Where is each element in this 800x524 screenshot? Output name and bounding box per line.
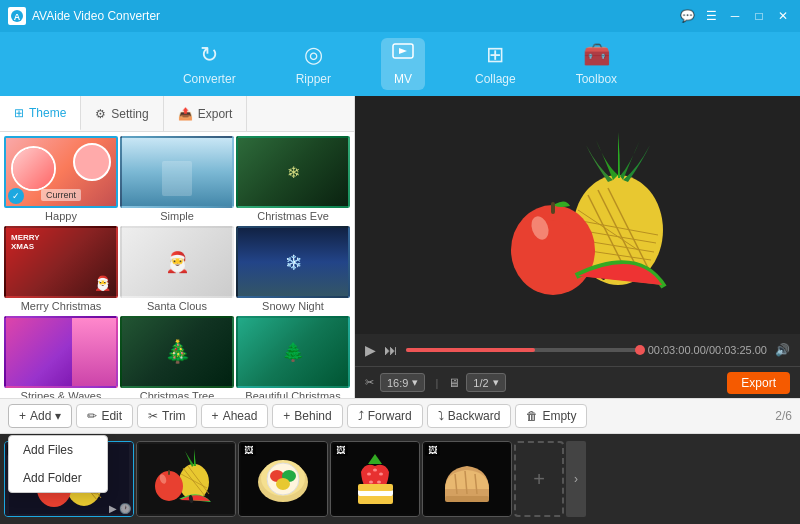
backward-button[interactable]: ⤵ Backward — [427, 404, 512, 428]
empty-label: Empty — [542, 409, 576, 423]
forward-label: Forward — [368, 409, 412, 423]
video-area — [355, 96, 800, 334]
backward-label: Backward — [448, 409, 501, 423]
trim-button[interactable]: ✂ Trim — [137, 404, 197, 428]
tl-clock-1[interactable]: 🕐 — [119, 503, 131, 514]
edit-button[interactable]: ✏ Edit — [76, 404, 133, 428]
empty-icon: 🗑 — [526, 409, 538, 423]
progress-dot — [635, 345, 645, 355]
theme-snowy[interactable]: ❄️ Snowy Night — [236, 226, 350, 314]
tab-theme-label: Theme — [29, 106, 66, 120]
tl-controls-1: ▶ 🕐 — [109, 503, 131, 514]
theme-happy[interactable]: Current ✓ Happy — [4, 136, 118, 224]
theme-icon: ⊞ — [14, 106, 24, 120]
theme-stripes[interactable]: Stripes & Waves — [4, 316, 118, 398]
tl-badge-3: 🖼 — [241, 444, 256, 456]
svg-rect-35 — [168, 470, 170, 475]
theme-santa-label: Santa Clous — [147, 300, 207, 312]
video-preview — [355, 96, 800, 334]
minimize-button[interactable]: ─ — [726, 7, 744, 25]
export-button[interactable]: Export — [727, 372, 790, 394]
nav-mv-label: MV — [394, 72, 412, 86]
theme-beautiful-label: Beautiful Christmas — [245, 390, 340, 398]
svg-text:A: A — [14, 12, 21, 22]
scale-chevron: ▾ — [493, 376, 499, 389]
nav-toolbox[interactable]: 🧰 Toolbox — [566, 38, 627, 90]
tab-theme[interactable]: ⊞ Theme — [0, 96, 81, 131]
scale-select[interactable]: 1/2 ▾ — [466, 373, 505, 392]
tl-thumb-2 — [137, 442, 235, 516]
add-files-item[interactable]: Add Files — [9, 436, 107, 464]
panel-tabs: ⊞ Theme ⚙ Setting 📤 Export — [0, 96, 354, 132]
behind-button[interactable]: + Behind — [272, 404, 342, 428]
timeline-scroll-right[interactable]: › — [566, 441, 586, 517]
theme-santa[interactable]: 🎅 Santa Clous — [120, 226, 234, 314]
nav-converter[interactable]: ↻ Converter — [173, 38, 246, 90]
svg-point-12 — [511, 205, 595, 295]
timeline-item-2[interactable] — [136, 441, 236, 517]
window-controls: 💬 ☰ ─ □ ✕ — [678, 7, 792, 25]
mv-icon — [391, 42, 415, 68]
chat-icon[interactable]: 💬 — [678, 7, 696, 25]
ratio-select[interactable]: 16:9 ▾ — [380, 373, 425, 392]
edit-icon: ✏ — [87, 409, 97, 423]
nav-collage[interactable]: ⊞ Collage — [465, 38, 526, 90]
current-time: 00:03:00.00 — [648, 344, 706, 356]
svg-point-47 — [373, 469, 377, 472]
tl-play-1[interactable]: ▶ — [109, 503, 117, 514]
ahead-button[interactable]: + Ahead — [201, 404, 269, 428]
timeline-item-4[interactable]: 🖼 — [330, 441, 420, 517]
close-button[interactable]: ✕ — [774, 7, 792, 25]
trim-icon: ✂ — [148, 409, 158, 423]
theme-happy-label: Happy — [45, 210, 77, 222]
theme-beautiful[interactable]: 🌲 Beautiful Christmas — [236, 316, 350, 398]
theme-christmas-eve[interactable]: ❄ Christmas Eve — [236, 136, 350, 224]
volume-icon[interactable]: 🔊 — [775, 343, 790, 357]
app-title: AVAide Video Converter — [32, 9, 678, 23]
nav-bar: ↻ Converter ◎ Ripper MV ⊞ Collage 🧰 Tool… — [0, 32, 800, 96]
timeline-item-5[interactable]: 🖼 — [422, 441, 512, 517]
add-button[interactable]: + Add ▾ — [8, 404, 72, 428]
app-logo: A — [8, 7, 26, 25]
next-frame-button[interactable]: ⏭ — [384, 342, 398, 358]
theme-stripes-label: Stripes & Waves — [21, 390, 102, 398]
tl-thumb-3: 🖼 — [239, 442, 327, 516]
theme-simple[interactable]: Simple — [120, 136, 234, 224]
page-count: 2/6 — [775, 409, 792, 423]
timeline-add[interactable]: + — [514, 441, 564, 517]
screen-icon: 🖥 — [448, 376, 460, 390]
behind-label: Behind — [294, 409, 331, 423]
ahead-label: Ahead — [223, 409, 258, 423]
forward-button[interactable]: ⤴ Forward — [347, 404, 423, 428]
toolbar: + Add ▾ ✏ Edit ✂ Trim + Ahead + Behind ⤴… — [0, 398, 800, 434]
theme-happy-thumb: Current ✓ — [4, 136, 118, 208]
theme-merry-christmas[interactable]: MERRYXMAS 🎅 Merry Christmas — [4, 226, 118, 314]
theme-xmaseve-label: Christmas Eve — [257, 210, 329, 222]
add-dropdown: Add Files Add Folder — [8, 435, 108, 493]
add-folder-item[interactable]: Add Folder — [9, 464, 107, 492]
progress-bar[interactable] — [406, 348, 640, 352]
tab-setting[interactable]: ⚙ Setting — [81, 96, 163, 131]
theme-xmas-eve-thumb: ❄ — [236, 136, 350, 208]
empty-button[interactable]: 🗑 Empty — [515, 404, 587, 428]
svg-rect-53 — [358, 484, 393, 491]
theme-simple-thumb — [120, 136, 234, 208]
tab-export[interactable]: 📤 Export — [164, 96, 248, 131]
theme-xmastree[interactable]: 🎄 Christmas Tree — [120, 316, 234, 398]
maximize-button[interactable]: □ — [750, 7, 768, 25]
tl-badge-4: 🖼 — [333, 444, 348, 456]
nav-ripper[interactable]: ◎ Ripper — [286, 38, 341, 90]
play-button[interactable]: ▶ — [365, 342, 376, 358]
theme-snowy-thumb: ❄️ — [236, 226, 350, 298]
timeline-item-3[interactable]: 🖼 — [238, 441, 328, 517]
scale-value: 1/2 — [473, 377, 488, 389]
right-panel: ▶ ⏭ 00:03:00.00/00:03:25.00 🔊 ✂ 16:9 ▾ |… — [355, 96, 800, 398]
trim-label: Trim — [162, 409, 186, 423]
nav-mv[interactable]: MV — [381, 38, 425, 90]
ratio-value: 16:9 — [387, 377, 408, 389]
theme-merry-thumb: MERRYXMAS 🎅 — [4, 226, 118, 298]
export-icon: 📤 — [178, 107, 193, 121]
backward-icon: ⤵ — [438, 409, 444, 423]
main-content: ⊞ Theme ⚙ Setting 📤 Export — [0, 96, 800, 398]
menu-icon[interactable]: ☰ — [702, 7, 720, 25]
